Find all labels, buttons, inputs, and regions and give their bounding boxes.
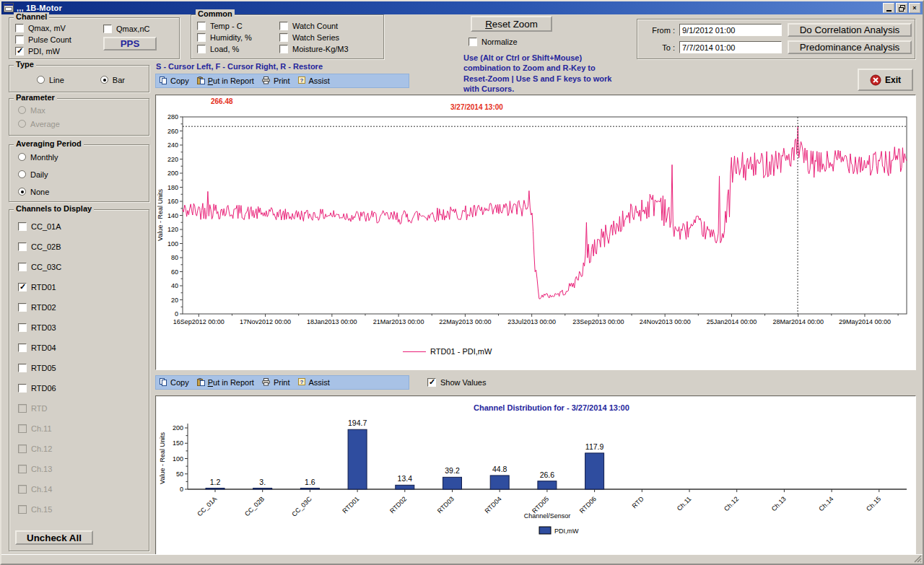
temp-c-checkbox[interactable] <box>197 22 206 30</box>
resize-grip[interactable] <box>913 554 922 563</box>
assist-button[interactable]: ?Assist <box>297 377 330 387</box>
rtd03-checkbox[interactable] <box>18 323 27 332</box>
close-button[interactable]: × <box>909 3 920 13</box>
put-in-report-icon <box>196 377 205 387</box>
exit-button[interactable]: Exit <box>858 69 913 91</box>
qmax-nc-checkbox[interactable] <box>103 25 112 33</box>
copy-button[interactable]: Copy <box>159 377 189 387</box>
print-icon <box>261 76 271 86</box>
rtd02-checkbox-row[interactable]: RTD02 <box>18 302 61 312</box>
cc-02b-checkbox-row[interactable]: CC_02B <box>18 242 61 251</box>
rtd06-checkbox-row[interactable]: RTD06 <box>18 383 61 393</box>
pulse-count-checkbox-row[interactable]: Pulse Count <box>15 35 71 44</box>
type-group: Type LineBar <box>9 65 149 92</box>
put-in-report-button[interactable]: Put in Report <box>196 377 254 387</box>
from-date-input[interactable] <box>679 24 782 36</box>
bar-radio[interactable] <box>100 76 108 84</box>
print-button[interactable]: Print <box>261 76 290 86</box>
x-axis-title: Channel/Sensor <box>524 512 571 520</box>
svg-text:117.9: 117.9 <box>585 442 604 451</box>
bar-rtd03 <box>443 477 462 489</box>
cc-03c-checkbox[interactable] <box>18 263 27 271</box>
rtd03-checkbox-row[interactable]: RTD03 <box>18 323 61 332</box>
common-checkbox-list-2: Watch CountWatch SeriesMoisture-Kg/M3 <box>279 21 349 53</box>
svg-text:23Sep2013 00:00: 23Sep2013 00:00 <box>572 318 624 325</box>
show-values-checkbox-row[interactable]: Show Values <box>427 377 486 387</box>
print-button[interactable]: Print <box>261 377 290 387</box>
legend-line-swatch <box>403 351 426 352</box>
minimize-button[interactable] <box>883 3 894 13</box>
svg-text:1.2: 1.2 <box>210 478 221 486</box>
normalize-checkbox-row[interactable]: Normalize <box>468 37 518 46</box>
rtd02-checkbox[interactable] <box>18 303 27 312</box>
pulse-count-checkbox[interactable] <box>15 35 24 44</box>
monthly-radio[interactable] <box>18 153 26 161</box>
watch-series-checkbox-row[interactable]: Watch Series <box>279 32 349 42</box>
checkbox-label: Watch Series <box>292 33 339 42</box>
ch-12-checkbox <box>18 444 27 453</box>
rtd05-checkbox[interactable] <box>18 364 27 372</box>
svg-text:Ch.14: Ch.14 <box>817 495 834 512</box>
rtd01-checkbox-row[interactable]: RTD01 <box>18 282 61 292</box>
rtd05-checkbox-row[interactable]: RTD05 <box>18 363 61 372</box>
channels-group-title: Channels to Display <box>14 204 94 213</box>
none-radio[interactable] <box>18 188 26 196</box>
rtd06-checkbox[interactable] <box>18 384 27 393</box>
line-radio[interactable] <box>37 76 45 84</box>
qmax-mv-checkbox-row[interactable]: Qmax, mV <box>15 23 71 32</box>
cc-02b-checkbox[interactable] <box>18 242 27 251</box>
assist-button[interactable]: ?Assist <box>297 76 330 86</box>
put-in-report-button[interactable]: Put in Report <box>196 76 254 86</box>
rtd01-checkbox[interactable] <box>18 283 27 292</box>
humidity-checkbox[interactable] <box>197 33 206 42</box>
reset-zoom-button[interactable]: Reset Zoom <box>471 16 552 32</box>
monthly-radio-row[interactable]: Monthly <box>18 152 58 162</box>
bar-radio-row[interactable]: Bar <box>100 75 125 84</box>
pdi-mw-checkbox-row[interactable]: PDI, mW <box>15 46 71 56</box>
checkbox-label: RTD06 <box>31 384 56 393</box>
rtd04-checkbox-row[interactable]: RTD04 <box>18 343 61 352</box>
qmax-mv-checkbox[interactable] <box>15 24 24 32</box>
moisture-kg-m3-checkbox[interactable] <box>279 45 288 53</box>
ch-13-checkbox <box>18 465 27 473</box>
checkbox-label: CC_02B <box>31 242 61 251</box>
daily-radio-row[interactable]: Daily <box>18 170 58 179</box>
do-correlation-analysis-button[interactable]: Do Correlation Analysis <box>788 23 912 37</box>
put-in-report-icon <box>196 76 205 86</box>
temp-c-checkbox-row[interactable]: Temp - C <box>197 21 252 30</box>
cc-01a-checkbox-row[interactable]: CC_01A <box>18 222 61 231</box>
load-checkbox-row[interactable]: Load, % <box>197 44 252 53</box>
watch-count-checkbox-row[interactable]: Watch Count <box>279 21 349 30</box>
checkbox-label: RTD <box>31 404 47 413</box>
line-radio-row[interactable]: Line <box>37 75 64 84</box>
assist-label: Assist <box>309 378 330 387</box>
restore-button[interactable] <box>896 3 907 13</box>
channel-bar-chart[interactable]: 050100150200Value - Real Units1.23.1.619… <box>156 415 916 555</box>
svg-text:0: 0 <box>180 486 183 493</box>
moisture-kg-m3-checkbox-row[interactable]: Moisture-Kg/M3 <box>279 44 349 53</box>
uncheck-all-button[interactable]: Uncheck All <box>15 530 93 545</box>
main-line-chart[interactable]: 020406080100120140160180200220240260280V… <box>156 95 916 344</box>
rtd04-checkbox[interactable] <box>18 343 27 352</box>
pps-button[interactable]: PPS <box>103 37 157 51</box>
watch-count-checkbox[interactable] <box>279 22 288 30</box>
copy-button[interactable]: Copy <box>159 76 189 86</box>
to-date-input[interactable] <box>679 41 782 53</box>
normalize-checkbox[interactable] <box>468 38 477 46</box>
pdi-mw-checkbox[interactable] <box>15 47 24 56</box>
humidity-checkbox-row[interactable]: Humidity, % <box>197 32 252 42</box>
none-radio-row[interactable]: None <box>18 187 58 196</box>
cc-03c-checkbox-row[interactable]: CC_03C <box>18 262 61 271</box>
show-values-checkbox[interactable] <box>427 378 436 387</box>
watch-series-checkbox[interactable] <box>279 33 288 42</box>
load-checkbox[interactable] <box>197 45 206 53</box>
title-bar[interactable]: ,,, 1B-Motor × <box>1 1 923 14</box>
radio-label: Line <box>49 76 64 84</box>
svg-text:16Sep2012 00:00: 16Sep2012 00:00 <box>173 318 225 325</box>
daily-radio[interactable] <box>18 170 26 178</box>
svg-text:CC_03C: CC_03C <box>290 495 313 518</box>
qmax-nc-checkbox-row[interactable]: Qmax,nC <box>103 24 149 33</box>
predominance-analysis-button[interactable]: Predominance Analysis <box>788 40 912 54</box>
cc-01a-checkbox[interactable] <box>18 222 27 231</box>
from-label: From : <box>645 26 675 35</box>
